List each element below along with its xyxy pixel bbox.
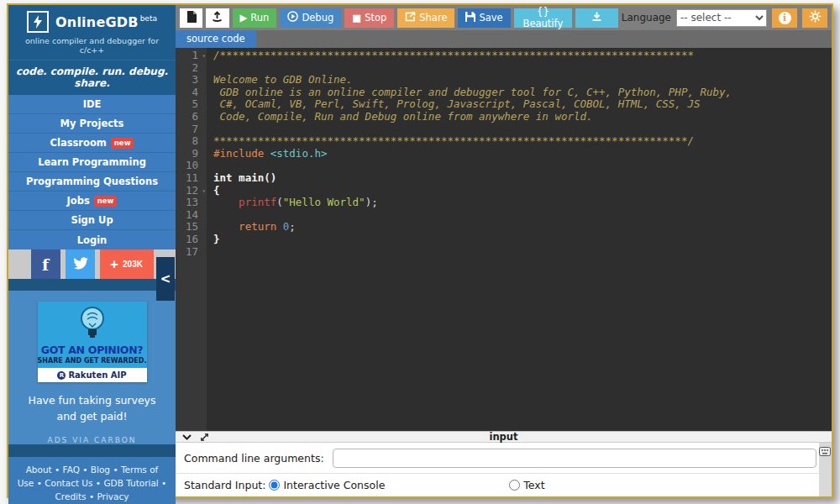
language-label: Language — [622, 12, 671, 24]
radio-text[interactable]: Text — [509, 479, 544, 491]
share-icon — [405, 12, 416, 24]
info-button[interactable]: i — [772, 8, 797, 28]
run-button[interactable]: ▶ Run — [233, 8, 277, 28]
app-title: OnlineGDB — [55, 14, 139, 30]
footer-link[interactable]: Contact Us — [45, 478, 92, 488]
ad-headline: GOT AN OPINION? — [38, 344, 147, 356]
stop-button[interactable]: ■ Stop — [344, 8, 394, 28]
input-panel-title: input — [176, 431, 832, 443]
sidebar-footer: About • FAQ • Blog • Terms of Use • Cont… — [8, 444, 176, 504]
gear-icon — [809, 10, 822, 25]
app-window: OnlineGDBbeta online compiler and debugg… — [7, 3, 833, 498]
input-panel: input Command line arguments: Standard I… — [176, 431, 832, 496]
sidebar-item-learn-programming[interactable]: Learn Programming — [8, 153, 176, 172]
new-badge: new — [94, 196, 118, 207]
code-lines[interactable]: /***************************************… — [207, 48, 832, 431]
save-icon — [465, 12, 475, 24]
tagline: code. compile. run. debug. share. — [8, 60, 176, 95]
beta-label: beta — [140, 14, 157, 23]
share-button[interactable]: Share — [397, 8, 454, 28]
sidebar-menu: IDE My Projects Classroomnew Learn Progr… — [8, 95, 176, 249]
footer-link[interactable]: Blog — [91, 465, 110, 475]
footer-link[interactable]: FAQ — [63, 465, 80, 475]
command-line-args-input[interactable] — [333, 449, 816, 468]
save-button[interactable]: Save — [458, 8, 510, 28]
footer-links: About • FAQ • Blog • Terms of Use • Cont… — [8, 457, 176, 504]
footer-link[interactable]: About — [26, 465, 52, 475]
twitter-icon — [72, 256, 88, 272]
share-count: 203K — [123, 260, 143, 269]
upload-icon — [212, 11, 223, 24]
logo-block[interactable]: OnlineGDBbeta online compiler and debugg… — [8, 5, 176, 60]
facebook-button[interactable]: f — [31, 249, 60, 279]
facebook-icon: f — [42, 255, 49, 274]
ads-via-carbon[interactable]: ADS VIA CARBON — [47, 436, 136, 444]
collapse-panel-icon[interactable] — [182, 434, 192, 440]
language-select[interactable]: -- select -- — [676, 9, 767, 27]
plus-icon: + — [110, 257, 118, 271]
sidebar-item-login[interactable]: Login — [8, 230, 176, 249]
sidebar-item-classroom[interactable]: Classroomnew — [8, 134, 176, 153]
rakuten-icon: R — [57, 371, 66, 380]
tab-source-code[interactable]: source code — [176, 30, 256, 48]
sidebar-item-jobs[interactable]: Jobsnew — [8, 192, 176, 211]
download-button[interactable] — [575, 8, 618, 28]
footer-link[interactable]: Privacy — [97, 491, 129, 501]
addthis-share-button[interactable]: + 203K — [100, 249, 154, 279]
settings-button[interactable] — [802, 8, 827, 28]
new-badge: new — [111, 138, 134, 149]
sidebar: OnlineGDBbeta online compiler and debugg… — [8, 5, 176, 496]
interactive-console-radio[interactable] — [269, 480, 280, 491]
sidebar-item-programming-questions[interactable]: Programming Questions — [8, 172, 176, 192]
text-radio[interactable] — [509, 480, 520, 491]
sidebar-item-ide[interactable]: IDE — [8, 95, 176, 114]
ad-subhead: SHARE AND GET REWARDED. — [38, 357, 147, 365]
ad-brand: R Rakuten AIP — [38, 368, 147, 382]
app-subtitle: online compiler and debugger for c/c++ — [15, 36, 169, 55]
divider-band — [8, 444, 176, 457]
twitter-button[interactable] — [66, 249, 95, 279]
command-line-args-label: Command line arguments: — [184, 452, 324, 465]
keyboard-icon[interactable] — [819, 444, 831, 459]
social-bar: f + 203K — [8, 249, 176, 279]
info-icon: i — [779, 12, 791, 24]
footer-link[interactable]: Credits — [55, 491, 87, 501]
radio-interactive-console[interactable]: Interactive Console — [269, 479, 385, 491]
standard-input-label: Standard Input: — [184, 479, 265, 491]
tab-bar: source code — [176, 30, 832, 48]
debug-icon — [287, 11, 298, 24]
stop-icon: ■ — [352, 12, 361, 24]
ad-section: GOT AN OPINION? SHARE AND GET REWARDED. … — [8, 279, 176, 444]
code-editor[interactable]: 1▾23456789101112▾1314151617 /***********… — [176, 48, 832, 431]
upload-button[interactable] — [206, 8, 228, 28]
main-area: ▶ Run Debug ■ Stop Share Save {} Beautif… — [176, 5, 832, 496]
chevron-left-icon: < — [160, 271, 171, 286]
ad-banner[interactable]: GOT AN OPINION? SHARE AND GET REWARDED. … — [38, 302, 147, 382]
input-panel-body: Command line arguments: Standard Input: … — [176, 443, 832, 496]
debug-button[interactable]: Debug — [280, 8, 341, 28]
sidebar-collapse-button[interactable]: < — [156, 257, 175, 301]
input-panel-header: input — [176, 432, 832, 443]
expand-panel-icon[interactable] — [200, 433, 209, 442]
play-icon: ▶ — [240, 12, 248, 24]
sidebar-item-my-projects[interactable]: My Projects — [8, 114, 176, 134]
footer-link[interactable]: GDB Tutorial — [103, 478, 158, 488]
beautify-button[interactable]: {} Beautify — [514, 8, 572, 28]
sidebar-item-sign-up[interactable]: Sign Up — [8, 211, 176, 230]
ad-caption[interactable]: Have fun taking surveys and get paid! — [28, 393, 155, 425]
gutter: 1▾23456789101112▾1314151617 — [176, 48, 207, 431]
download-icon — [591, 11, 602, 24]
toolbar: ▶ Run Debug ■ Stop Share Save {} Beautif… — [176, 5, 832, 30]
new-file-button[interactable] — [180, 8, 202, 28]
new-file-icon — [186, 11, 197, 25]
divider-band — [8, 279, 176, 291]
lightbulb-icon — [38, 302, 147, 344]
bolt-icon — [27, 11, 49, 33]
